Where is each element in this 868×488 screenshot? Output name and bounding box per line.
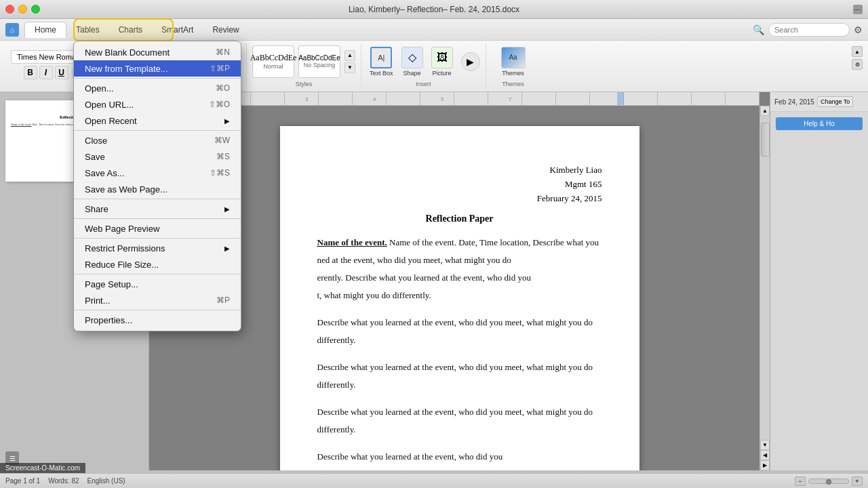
date-selector: Feb 24, 2015 Change To bbox=[770, 92, 868, 112]
menu-item-label: Web Page Preview bbox=[85, 224, 159, 234]
menu-item-label: Save bbox=[85, 152, 105, 162]
menu-item-print[interactable]: Print... ⌘P bbox=[74, 292, 241, 308]
underline-button[interactable]: U bbox=[55, 66, 68, 79]
ribbon-settings-icon[interactable]: ⚙ bbox=[854, 24, 863, 35]
menu-shortcut: ⌘O bbox=[216, 83, 230, 93]
menu-item-close[interactable]: Close ⌘W bbox=[74, 132, 241, 148]
styles-scroll-down[interactable]: ▼ bbox=[344, 62, 355, 73]
doc-para-1: ned at the event, who did you meet, what… bbox=[317, 251, 602, 269]
tab-smartart[interactable]: SmartArt bbox=[152, 22, 203, 37]
nospacing-style-box[interactable]: AaBbCcDdEe No Spacing bbox=[298, 45, 340, 78]
menu-separator-2 bbox=[74, 130, 241, 131]
doc-para-4: Describe what you learned at the event, … bbox=[317, 314, 602, 349]
normal-style-box[interactable]: AaBbCcDdEe Normal bbox=[252, 45, 294, 78]
doc-para-6-text: Describe what you learned at the event, … bbox=[317, 407, 593, 434]
menu-shortcut: ⌘P bbox=[216, 296, 230, 305]
scroll-thumb[interactable] bbox=[761, 123, 770, 157]
word-count: Words: 82 bbox=[48, 477, 79, 485]
doc-scroll-area[interactable]: Kimberly Liao Mgmt 165 February 24, 2015… bbox=[149, 106, 770, 470]
styles-scroll-up[interactable]: ▲ bbox=[344, 50, 355, 61]
menu-shortcut: ⌘N bbox=[216, 47, 230, 57]
tab-charts[interactable]: Charts bbox=[109, 22, 152, 37]
menu-item-save-as[interactable]: Save As... ⇧⌘S bbox=[74, 165, 241, 181]
insert-picture-button[interactable]: 🖼 Picture bbox=[429, 45, 456, 78]
menu-arrow: ▶ bbox=[224, 205, 230, 213]
search-input[interactable] bbox=[768, 23, 850, 37]
insert-textbox-button[interactable]: A| Text Box bbox=[367, 45, 396, 78]
ribbon-tabs: ⌂ Home Tables Charts SmartArt Review 🔍 ⚙ bbox=[0, 19, 868, 41]
scroll-down-arrow[interactable]: ▼ bbox=[760, 440, 770, 450]
menu-separator-6 bbox=[74, 274, 241, 274]
event-name-bold: Name of the event. bbox=[317, 237, 387, 247]
zoom-in-button[interactable]: + bbox=[852, 476, 863, 486]
zoom-out-button[interactable]: − bbox=[795, 476, 806, 486]
change-to-button[interactable]: Change To bbox=[817, 96, 853, 107]
dropdown-menu[interactable]: New Blank Document ⌘N New from Template.… bbox=[73, 41, 241, 331]
menu-item-label: Print... bbox=[85, 296, 111, 306]
zoom-slider[interactable] bbox=[808, 479, 849, 484]
ruler-thumb[interactable] bbox=[617, 92, 624, 105]
scroll-left-arrow[interactable]: ◀ bbox=[760, 450, 770, 460]
menu-item-save-web[interactable]: Save as Web Page... bbox=[74, 181, 241, 197]
bold-button[interactable]: B bbox=[24, 66, 37, 79]
shape-label: Shape bbox=[403, 70, 421, 77]
menu-item-label: New Blank Document bbox=[85, 47, 170, 58]
menu-shortcut: ⇧⌘O bbox=[209, 100, 230, 109]
close-button[interactable] bbox=[5, 5, 14, 14]
menu-item-new-template[interactable]: New from Template... ⇧⌘P bbox=[74, 60, 241, 77]
menu-item-label: Open Recent bbox=[85, 116, 137, 126]
themes-button[interactable]: Aa Themes bbox=[497, 45, 530, 78]
menu-item-reduce[interactable]: Reduce File Size... bbox=[74, 256, 241, 272]
audio-icon[interactable]: ▶ bbox=[461, 52, 480, 71]
tab-home[interactable]: Home bbox=[24, 22, 66, 38]
doc-body: Name of the event. Name of the event. Da… bbox=[317, 234, 602, 466]
scroll-right-arrow[interactable]: ▶ bbox=[760, 460, 770, 470]
ribbon-collapse-button[interactable]: ▲ bbox=[852, 46, 863, 57]
search-icon: 🔍 bbox=[753, 24, 764, 35]
menu-item-restrict[interactable]: Restrict Permissions ▶ bbox=[74, 240, 241, 256]
menu-separator-5 bbox=[74, 238, 241, 239]
menu-item-page-setup[interactable]: Page Setup... bbox=[74, 276, 241, 292]
help-button[interactable]: Help & Ho bbox=[776, 117, 863, 130]
menu-arrow: ▶ bbox=[224, 245, 230, 252]
menu-item-open[interactable]: Open... ⌘O bbox=[74, 80, 241, 96]
doc-title: Reflection Paper bbox=[317, 214, 602, 224]
doc-para-3: t, what might you do differently. bbox=[317, 287, 602, 304]
window-control-btn[interactable]: — bbox=[853, 5, 863, 14]
menu-item-new-blank[interactable]: New Blank Document ⌘N bbox=[74, 44, 241, 60]
window-title: Liao, Kimberly– Reflection– Feb. 24, 201… bbox=[349, 5, 519, 14]
doc-page: Kimberly Liao Mgmt 165 February 24, 2015… bbox=[280, 126, 639, 470]
ribbon-group-themes: Aa Themes Themes bbox=[486, 43, 540, 89]
insert-shape-button[interactable]: ◇ Shape bbox=[399, 45, 426, 78]
ribbon-expand-button[interactable]: ⚙ bbox=[852, 59, 863, 70]
doc-para-0: Name of the event. Name of the event. Da… bbox=[317, 234, 602, 251]
textbox-icon: A| bbox=[370, 47, 392, 68]
menu-item-label: Save As... bbox=[85, 168, 125, 178]
doc-header: Kimberly Liao Mgmt 165 February 24, 2015 bbox=[317, 163, 602, 205]
tab-review[interactable]: Review bbox=[203, 22, 248, 37]
maximize-button[interactable] bbox=[31, 5, 40, 14]
home-icon[interactable]: ⌂ bbox=[5, 23, 19, 37]
doc-para-2-text: erently. Describe what you learned at th… bbox=[317, 272, 531, 283]
doc-para-6: Describe what you learned at the event, … bbox=[317, 403, 602, 439]
menu-item-web-preview[interactable]: Web Page Preview bbox=[74, 220, 241, 237]
menu-item-save[interactable]: Save ⌘S bbox=[74, 148, 241, 165]
doc-area: | 2 3 4 5 7 Kimberly Liao bbox=[149, 92, 770, 470]
menu-item-open-recent[interactable]: Open Recent ▶ bbox=[74, 113, 241, 129]
doc-para-1-text: ned at the event, who did you meet, what… bbox=[317, 255, 511, 265]
scroll-up-arrow[interactable]: ▲ bbox=[760, 106, 770, 116]
menu-item-open-url[interactable]: Open URL... ⇧⌘O bbox=[74, 96, 241, 113]
themes-group-label: Themes bbox=[502, 79, 524, 89]
menu-item-label: Open URL... bbox=[85, 100, 134, 110]
doc-para-4-text: Describe what you learned at the event, … bbox=[317, 317, 593, 345]
menu-item-properties[interactable]: Properties... bbox=[74, 312, 241, 328]
vertical-scrollbar: ▲ ▼ ◀ ▶ bbox=[760, 106, 770, 470]
zoom-slider-thumb[interactable] bbox=[826, 479, 831, 485]
italic-button[interactable]: I bbox=[39, 66, 53, 79]
menu-shortcut: ⌘S bbox=[216, 152, 230, 161]
menu-item-share[interactable]: Share ▶ bbox=[74, 201, 241, 217]
tab-tables[interactable]: Tables bbox=[66, 22, 109, 37]
sidebar-right: Feb 24, 2015 Change To Help & Ho bbox=[770, 92, 868, 470]
minimize-button[interactable] bbox=[18, 5, 27, 14]
menu-item-label: New from Template... bbox=[85, 64, 168, 74]
